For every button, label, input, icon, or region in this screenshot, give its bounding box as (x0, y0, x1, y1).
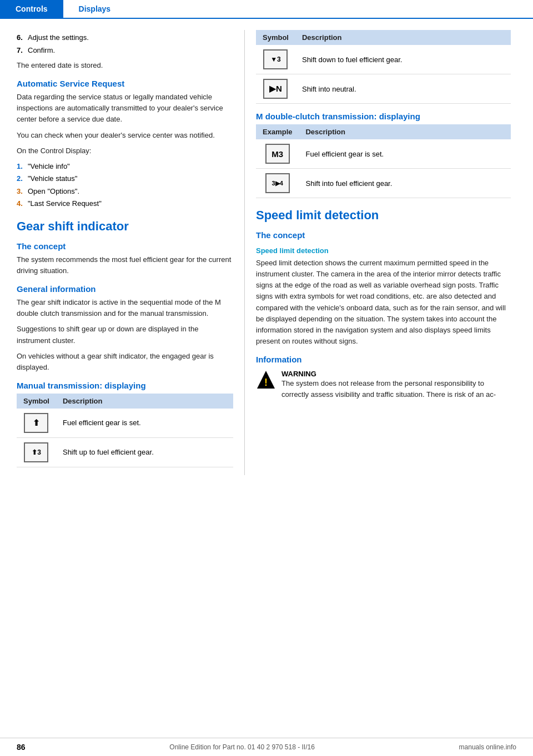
service-step-1-num: 1. (17, 161, 28, 172)
step-7: 7. Confirm. (17, 45, 233, 56)
service-step-3: 3. Open "Options". (17, 186, 233, 197)
step-6: 6. Adjust the settings. (17, 32, 233, 43)
mdc-row-2: 3▶4 Shift into fuel efficient gear. (256, 169, 511, 198)
warning-text: The system does not release from the per… (281, 378, 511, 400)
manual-transmission-table: Symbol Description ⬆ Fuel efficient gear… (17, 394, 233, 467)
mdc-row-1: M3 Fuel efficient gear is set. (256, 139, 511, 169)
right-desc-1: Shift down to fuel efficient gear. (295, 45, 511, 74)
right-table-row-2: ▶N Shift into neutral. (256, 74, 511, 104)
symbol-down-3: ▼3 (263, 49, 288, 69)
service-steps: 1. "Vehicle info" 2. "Vehicle status" 3.… (17, 161, 233, 209)
warning-label: WARNING (281, 370, 316, 378)
copyright-text: Online Edition for Part no. 01 40 2 970 … (169, 743, 315, 751)
manual-table-row-2: ⬆3 Shift up to fuel efficient gear. (17, 437, 233, 467)
service-step-3-num: 3. (17, 186, 28, 197)
warning-box: ! WARNING The system does not release fr… (256, 370, 511, 405)
gear-shift-title: Gear shift indicator (17, 219, 233, 234)
mdc-col1: Example (256, 124, 299, 139)
symbol-arrow-up-3: ⬆3 (24, 442, 48, 462)
tab-controls[interactable]: Controls (0, 0, 63, 18)
m-double-clutch-table: Example Description M3 Fuel efficient ge… (256, 124, 511, 198)
service-step-1: 1. "Vehicle info" (17, 161, 233, 172)
manual-table-col1: Symbol (17, 394, 56, 409)
manual-symbol-1: ⬆ (17, 409, 56, 438)
manual-desc-2: Shift up to fuel efficient gear. (56, 437, 233, 467)
service-step-3-text: Open "Options". (28, 186, 79, 197)
intro-steps: 6. Adjust the settings. 7. Confirm. (17, 32, 233, 56)
svg-text:!: ! (264, 377, 268, 388)
manual-trans-title: Manual transmission: displaying (17, 381, 233, 390)
manual-trans-continued-table: Symbol Description ▼3 Shift down to fuel… (256, 30, 511, 104)
information-title: Information (256, 355, 511, 364)
symbol-m3: M3 (265, 144, 290, 164)
mdc-symbol-1: M3 (256, 139, 299, 169)
mdc-col2: Description (299, 124, 511, 139)
footer: 86 Online Edition for Part no. 01 40 2 9… (0, 738, 533, 756)
page-number: 86 (17, 743, 26, 752)
top-navigation: Controls Displays (0, 0, 533, 19)
right-table-col1: Symbol (256, 30, 295, 45)
tab-displays[interactable]: Displays (63, 0, 127, 18)
symbol-neutral-n: ▶N (263, 79, 288, 99)
warning-content: WARNING The system does not release from… (281, 370, 511, 405)
speed-concept-title: The concept (256, 230, 511, 240)
intro-note: The entered date is stored. (17, 60, 233, 71)
automatic-service-para1: Data regarding the service status or leg… (17, 92, 233, 125)
manual-desc-1: Fuel efficient gear is set. (56, 409, 233, 438)
manual-table-col2: Description (56, 394, 233, 409)
step-7-text: Confirm. (28, 45, 55, 56)
general-info-para2: Suggestions to shift gear up or down are… (17, 324, 233, 346)
m-double-clutch-title: M double-clutch transmission: displaying (256, 112, 511, 121)
general-info-para3: On vehicles without a gear shift indicat… (17, 351, 233, 373)
left-column: 6. Adjust the settings. 7. Confirm. The … (0, 30, 244, 475)
speed-concept-subtitle: Speed limit detection (256, 246, 511, 255)
gear-shift-concept-title: The concept (17, 241, 233, 251)
right-table-row-1: ▼3 Shift down to fuel efficient gear. (256, 45, 511, 74)
right-column: Symbol Description ▼3 Shift down to fuel… (244, 30, 522, 475)
automatic-service-para3: On the Control Display: (17, 145, 233, 157)
automatic-service-para2: You can check when your dealer's service… (17, 130, 233, 141)
service-step-2: 2. "Vehicle status" (17, 173, 233, 184)
automatic-service-title: Automatic Service Request (17, 79, 233, 88)
mdc-symbol-2: 3▶4 (256, 169, 299, 198)
speed-concept-text: Speed limit detection shows the current … (256, 258, 511, 347)
step-6-text: Adjust the settings. (28, 32, 89, 43)
general-info-para1: The gear shift indicator is active in th… (17, 297, 233, 319)
symbol-arrow-up: ⬆ (24, 413, 48, 433)
service-step-2-text: "Vehicle status" (28, 173, 77, 184)
symbol-3-to-4: 3▶4 (265, 173, 290, 193)
main-content: 6. Adjust the settings. 7. Confirm. The … (0, 19, 533, 475)
right-desc-2: Shift into neutral. (295, 74, 511, 104)
service-step-2-num: 2. (17, 173, 28, 184)
service-step-4-num: 4. (17, 198, 28, 209)
mdc-desc-2: Shift into fuel efficient gear. (299, 169, 511, 198)
service-step-4-text: "Last Service Request" (28, 198, 102, 209)
gear-shift-concept-text: The system recommends the most fuel effi… (17, 254, 233, 276)
watermark-text: manuals online.info (459, 743, 516, 751)
right-table-col2: Description (295, 30, 511, 45)
speed-limit-title: Speed limit detection (256, 208, 511, 223)
manual-table-row-1: ⬆ Fuel efficient gear is set. (17, 409, 233, 438)
mdc-desc-1: Fuel efficient gear is set. (299, 139, 511, 169)
right-symbol-2: ▶N (256, 74, 295, 104)
service-step-1-text: "Vehicle info" (28, 161, 70, 172)
manual-symbol-2: ⬆3 (17, 437, 56, 467)
service-step-4: 4. "Last Service Request" (17, 198, 233, 209)
step-6-num: 6. (17, 32, 28, 43)
right-symbol-1: ▼3 (256, 45, 295, 74)
step-7-num: 7. (17, 45, 28, 56)
general-info-title: General information (17, 284, 233, 294)
warning-icon: ! (256, 370, 276, 390)
